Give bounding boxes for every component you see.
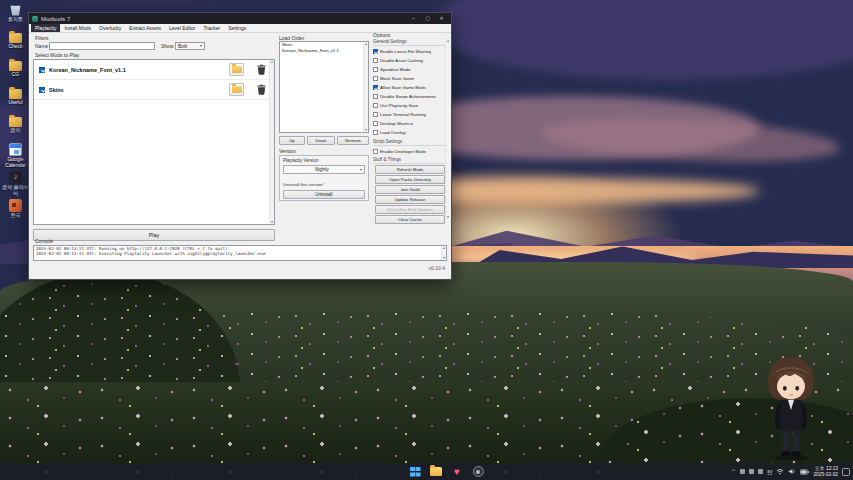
delete-mod-button[interactable] <box>254 63 269 76</box>
mod-row[interactable]: Korean_Nickname_Font_v1.1 <box>34 60 274 80</box>
scroll-down-icon[interactable]: ▼ <box>442 256 445 260</box>
tray-app-icon[interactable] <box>758 469 763 474</box>
load-order-scrollbar[interactable]: ▲ ▼ <box>363 42 368 132</box>
minimize-button[interactable]: – <box>407 14 420 23</box>
taskbar: ♥ ⌃ 한 오후 12:13 2025-02 <box>0 463 853 480</box>
options-scrollbar[interactable]: ▲ ▼ <box>445 39 450 219</box>
desktop-icon[interactable]: 천국 <box>2 199 29 224</box>
desktop-screen: 휴지통 Check CG Useful 음악 <box>0 0 853 480</box>
option-row[interactable]: Load Overlay <box>373 128 447 137</box>
desktop-icon[interactable]: Useful <box>2 87 29 112</box>
checkbox-icon[interactable] <box>373 149 378 154</box>
tray-chevron-up-icon[interactable]: ⌃ <box>731 469 736 475</box>
checkbox-icon[interactable] <box>373 85 378 90</box>
menu-item[interactable]: Extract Assets <box>125 24 165 32</box>
show-filter-select[interactable]: Both ▾ <box>175 42 205 50</box>
scroll-up-icon[interactable]: ▲ <box>446 39 449 43</box>
uninstall-button[interactable]: Uninstall <box>283 190 365 199</box>
option-row[interactable]: Allow Save Game Mods <box>373 83 447 92</box>
tool-button[interactable]: Join Guild <box>375 185 445 194</box>
scroll-down-icon[interactable]: ▼ <box>270 220 273 224</box>
desktop-icon-art <box>9 117 22 127</box>
app-version-tag: v0.10.4 <box>429 265 445 271</box>
desktop-icon-label: CG <box>2 72 29 78</box>
option-row[interactable]: Enable Loose File Warning <box>373 47 447 56</box>
option-row[interactable]: Block Save Game <box>373 74 447 83</box>
checkbox-icon[interactable] <box>373 121 378 126</box>
mod-row[interactable]: Skins <box>34 80 274 100</box>
checkbox-icon[interactable] <box>373 76 378 81</box>
taskbar-clock[interactable]: 오후 12:13 2025-02-02 <box>813 466 838 477</box>
taskbar-app-red[interactable]: ♥ <box>451 465 464 478</box>
tool-button[interactable]: Check For Mod Updates <box>375 205 445 214</box>
checkbox-icon[interactable] <box>373 112 378 117</box>
version-select[interactable]: Nightly ▾ <box>283 165 365 174</box>
option-row[interactable]: Enable Developer Mode <box>373 147 447 156</box>
checkbox-icon[interactable] <box>373 94 378 99</box>
scroll-up-icon[interactable]: ▲ <box>364 42 367 46</box>
notification-center-button[interactable] <box>842 468 850 476</box>
checkbox-icon[interactable] <box>373 49 378 54</box>
checkbox-icon[interactable] <box>373 103 378 108</box>
desktop-icon[interactable]: Google Calendar <box>2 143 29 168</box>
menu-item[interactable]: Install Mods <box>60 24 95 32</box>
desktop-icon[interactable]: 음악 플레이어 <box>2 171 29 196</box>
scroll-down-icon[interactable]: ▼ <box>364 128 367 132</box>
mod-list-scrollbar[interactable]: ▲ ▼ <box>269 60 274 224</box>
start-button[interactable] <box>409 465 422 478</box>
mod-checkbox[interactable] <box>39 67 45 73</box>
play-button[interactable]: Play <box>33 229 275 241</box>
menu-item[interactable]: Settings <box>224 24 250 32</box>
scroll-down-icon[interactable]: ▼ <box>446 215 449 219</box>
wifi-icon[interactable] <box>776 468 784 475</box>
remove-button[interactable]: Remove <box>337 136 369 145</box>
desktop-icon-art <box>9 61 22 71</box>
file-explorer-button[interactable] <box>430 465 443 478</box>
menu-item[interactable]: Level Editor <box>165 24 199 32</box>
tray-app-icon[interactable] <box>749 469 754 474</box>
delete-mod-button[interactable] <box>254 83 269 96</box>
checkbox-icon[interactable] <box>373 130 378 135</box>
open-mod-folder-button[interactable] <box>229 83 244 96</box>
load-order-item[interactable]: Korean_Nickname_Font_v1.1 <box>280 48 368 54</box>
desktop-icon-art <box>9 171 22 184</box>
tool-button[interactable]: Update Release <box>375 195 445 204</box>
mic-icon[interactable] <box>740 469 745 474</box>
tool-button[interactable]: Clear Cache <box>375 215 445 224</box>
battery-icon[interactable] <box>800 469 809 475</box>
taskbar-app-modtool[interactable] <box>472 465 485 478</box>
option-row[interactable]: Disable Asset Caching <box>373 56 447 65</box>
desktop-icon[interactable]: CG <box>2 59 29 84</box>
title-bar[interactable]: Modtools 7 – ▢ ✕ <box>29 13 451 24</box>
maximize-button[interactable]: ▢ <box>421 14 434 23</box>
option-row[interactable]: Speedrun Mode <box>373 65 447 74</box>
menu-item[interactable]: Tracker <box>199 24 224 32</box>
desktop-icon[interactable]: Check <box>2 31 29 56</box>
scroll-up-icon[interactable]: ▲ <box>442 246 445 250</box>
name-filter-input[interactable] <box>49 42 155 50</box>
desktop-icon[interactable]: 휴지통 <box>2 3 29 28</box>
scroll-up-icon[interactable]: ▲ <box>270 60 273 64</box>
checkbox-icon[interactable] <box>373 67 378 72</box>
volume-icon[interactable] <box>788 468 796 475</box>
option-row[interactable]: Leave Terminal Running <box>373 110 447 119</box>
ime-language-indicator[interactable]: 한 <box>767 469 773 475</box>
open-mod-folder-button[interactable] <box>229 63 244 76</box>
menu-item[interactable]: Playtacity <box>31 24 60 32</box>
move-down-button[interactable]: Down <box>307 136 335 145</box>
move-up-button[interactable]: Up <box>279 136 305 145</box>
option-row[interactable]: Use Playtacity Save <box>373 101 447 110</box>
menu-item[interactable]: Overlucky <box>95 24 125 32</box>
tool-button[interactable]: Refresh Mods <box>375 165 445 174</box>
windows-icon <box>410 467 420 477</box>
version-header: Version <box>279 148 296 154</box>
option-row[interactable]: Disable Steam Achievements <box>373 92 447 101</box>
tool-button[interactable]: Open Packs Directory <box>375 175 445 184</box>
desktop-icon[interactable]: 음악 <box>2 115 29 140</box>
option-row[interactable]: Desktop Shortcut <box>373 119 447 128</box>
close-button[interactable]: ✕ <box>435 14 448 23</box>
desktop-icon-label: Useful <box>2 100 29 106</box>
mod-checkbox[interactable] <box>39 87 45 93</box>
checkbox-icon[interactable] <box>373 58 378 63</box>
console-scrollbar[interactable]: ▲ ▼ <box>441 246 446 260</box>
